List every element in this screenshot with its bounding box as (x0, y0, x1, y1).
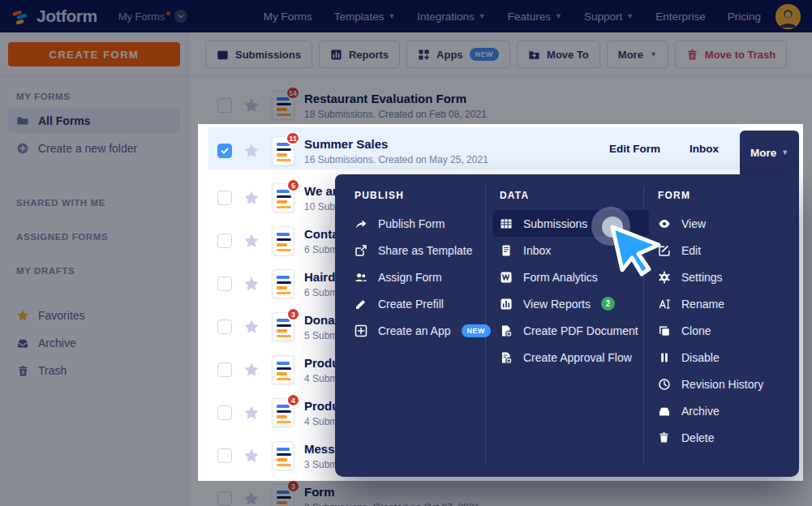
menu-item-label: Disable (681, 351, 720, 364)
menu-item-submissions[interactable]: Submissions (492, 210, 649, 237)
menu-item-create-approval-flow[interactable]: Create Approval Flow (500, 344, 636, 371)
menu-item-label: Inbox (523, 244, 551, 257)
form-title: Produ (304, 356, 339, 370)
form-title: Summer Sales (304, 137, 488, 151)
form-icon: 11 (272, 136, 294, 165)
form-icon-bar (277, 276, 290, 279)
dim-overlay-bottom (0, 481, 812, 506)
menu-item-label: Assign Form (378, 271, 442, 284)
star-icon[interactable] (243, 190, 260, 206)
form-icon-bar (277, 329, 287, 332)
menu-item-delete[interactable]: Delete (658, 424, 784, 451)
star-icon[interactable] (243, 319, 260, 335)
pause-icon (658, 351, 671, 364)
form-icon-bar (277, 281, 291, 285)
form-icon: 5 (272, 183, 294, 212)
menu-column-header: PUBLISH (354, 190, 481, 201)
form-icon (272, 226, 294, 255)
menu-item-label: View Reports (523, 298, 591, 311)
form-more-menu: PUBLISHPublish FormShare as TemplateAssi… (335, 174, 799, 477)
form-icon-bar (277, 448, 290, 451)
star-icon[interactable] (243, 276, 260, 292)
menu-item-create-prefill[interactable]: Create Prefill (354, 290, 481, 317)
menu-item-view-reports[interactable]: View Reports2 (500, 290, 636, 317)
menu-item-edit[interactable]: Edit (658, 237, 784, 264)
archive-icon (658, 405, 671, 418)
menu-item-assign-form[interactable]: Assign Form (354, 264, 481, 290)
menu-item-clone[interactable]: Clone (658, 317, 784, 344)
star-icon[interactable] (243, 362, 260, 378)
form-title: Mess (304, 442, 337, 456)
menu-item-label: Create Approval Flow (523, 351, 632, 364)
menu-item-disable[interactable]: Disable (658, 344, 784, 371)
form-row: 11Summer Sales16 Submissions. Created on… (189, 131, 812, 171)
menu-item-label: Rename (681, 298, 724, 311)
row-checkbox[interactable] (217, 405, 232, 420)
form-title: Conta (304, 227, 339, 241)
form-subtitle: 3 Subm (304, 459, 337, 470)
app-plus-icon (354, 324, 367, 337)
menu-item-publish-form[interactable]: Publish Form (354, 210, 481, 237)
form-subtitle: 5 Subm (304, 330, 337, 341)
form-icon-bar (277, 453, 291, 457)
menu-item-settings[interactable]: Settings (658, 264, 784, 290)
form-icon-bar (277, 153, 287, 157)
edit-form-button[interactable]: Edit Form (609, 143, 660, 155)
new-badge: NEW (462, 324, 492, 337)
menu-item-revision-history[interactable]: Revision History (658, 371, 784, 397)
unread-count-badge: 3 (286, 307, 300, 321)
inbox-doc-icon (500, 244, 513, 257)
row-text: Haird6 Subm (304, 270, 337, 298)
menu-item-label: Submissions (523, 217, 587, 230)
form-icon-bar (277, 159, 291, 162)
star-icon[interactable] (243, 405, 260, 421)
form-icon (272, 269, 294, 298)
star-icon[interactable] (243, 233, 260, 249)
row-text: Dona5 Subm (304, 313, 337, 341)
share-box-icon (354, 244, 367, 257)
star-icon[interactable] (243, 143, 260, 159)
menu-item-archive[interactable]: Archive (658, 397, 784, 424)
count-badge: 2 (601, 297, 615, 311)
doc-plus-icon (500, 324, 513, 337)
form-icon-bar (277, 464, 291, 467)
unread-count-badge: 5 (286, 178, 300, 192)
form-icon-bar (277, 238, 291, 242)
form-icon-bar (277, 372, 287, 375)
row-checkbox[interactable] (217, 144, 232, 158)
row-checkbox[interactable] (217, 191, 232, 205)
menu-item-share-as-template[interactable]: Share as Template (354, 237, 481, 264)
form-icon-bar (277, 249, 291, 252)
unread-count-badge: 4 (286, 393, 300, 407)
row-checkbox[interactable] (217, 448, 232, 463)
star-icon[interactable] (243, 448, 260, 464)
form-icon-bar (277, 335, 291, 338)
menu-item-create-pdf-document[interactable]: Create PDF Document (500, 317, 636, 344)
row-text: Produ4 Subm (304, 399, 339, 427)
row-checkbox[interactable] (217, 319, 232, 334)
users-icon (354, 271, 367, 284)
menu-item-rename[interactable]: Rename (658, 290, 784, 317)
menu-items: ViewEditSettingsRenameCloneDisableRevisi… (658, 210, 784, 451)
trash-icon (658, 431, 671, 444)
row-checkbox[interactable] (217, 277, 232, 291)
form-icon: 3 (272, 312, 294, 341)
menu-column-header: DATA (500, 190, 636, 201)
form-icon-bar (277, 148, 291, 152)
menu-item-label: Revision History (681, 378, 763, 391)
row-checkbox[interactable] (217, 362, 232, 377)
dim-overlay-left (0, 124, 198, 481)
form-title: Produ (304, 399, 339, 413)
menu-item-inbox[interactable]: Inbox (500, 237, 636, 264)
inbox-button[interactable]: Inbox (690, 143, 719, 155)
form-icon-bar (277, 415, 287, 418)
form-icon-bar (277, 233, 290, 236)
menu-item-create-an-app[interactable]: Create an AppNEW (354, 317, 481, 344)
row-checkbox[interactable] (217, 234, 232, 248)
menu-item-view[interactable]: View (658, 210, 784, 237)
menu-item-label: Clone (681, 324, 711, 337)
analytics-icon (500, 271, 513, 284)
row-more-button[interactable]: More ▼ (740, 131, 799, 174)
menu-item-form-analytics[interactable]: Form Analytics (500, 264, 636, 290)
menu-item-label: Create an App (378, 324, 451, 337)
